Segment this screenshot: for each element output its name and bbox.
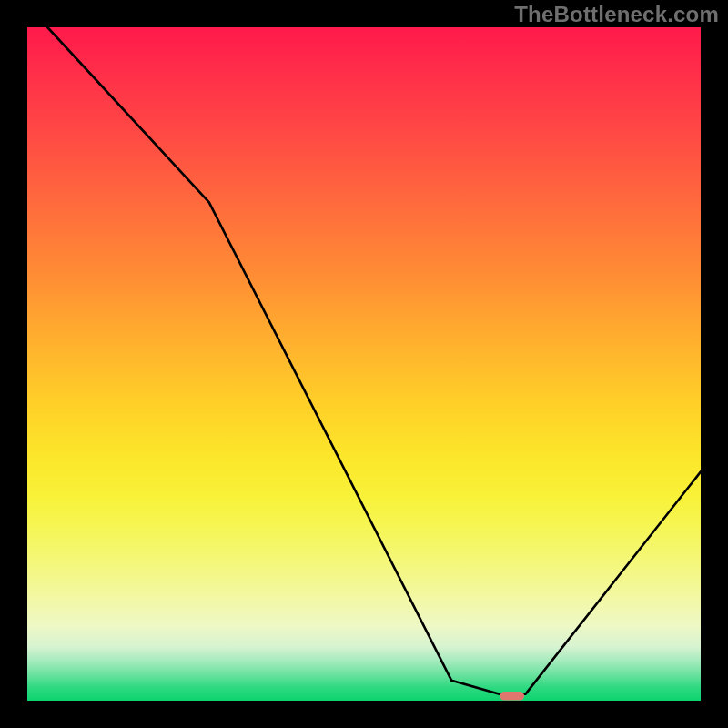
watermark-text: TheBottleneck.com <box>514 2 719 27</box>
chart-svg <box>27 27 701 701</box>
chart-frame: TheBottleneck.com <box>0 0 728 728</box>
bottleneck-curve <box>47 27 701 694</box>
plot-area <box>27 27 701 701</box>
optimal-marker <box>500 692 525 701</box>
